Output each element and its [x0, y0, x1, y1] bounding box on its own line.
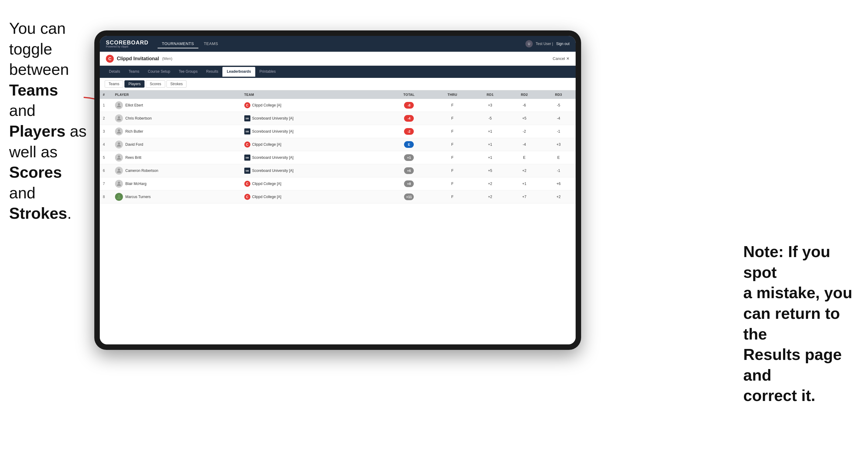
- logo-sub: Powered by clippd: [106, 45, 149, 48]
- cell-team: CClippd College [A]: [241, 190, 386, 204]
- teams-bold: Teams: [9, 81, 58, 99]
- svg-point-1: [118, 103, 120, 105]
- tablet-frame: SCOREBOARD Powered by clippd TOURNAMENTS…: [94, 30, 581, 350]
- cell-rd2: E: [507, 151, 541, 164]
- cell-thru: F: [432, 177, 473, 190]
- strokes-bold: Strokes: [9, 205, 67, 222]
- tournament-name: Clippd Invitational: [117, 56, 159, 61]
- cell-team: CClippd College [A]: [241, 177, 386, 190]
- player-name: Elliot Ebert: [125, 103, 143, 107]
- cell-player: Blair McHarg: [112, 177, 241, 190]
- player-name: Marcus Turners: [125, 195, 151, 199]
- team-logo: C: [244, 194, 250, 200]
- tab-results[interactable]: Results: [202, 67, 222, 77]
- team-name: Clippd College [A]: [252, 182, 281, 186]
- cell-thru: F: [432, 125, 473, 138]
- cell-thru: F: [432, 99, 473, 112]
- col-header-rd2: RD2: [507, 90, 541, 99]
- cell-rd2: +1: [507, 177, 541, 190]
- total-badge: -4: [404, 115, 414, 122]
- svg-point-8: [118, 195, 120, 197]
- cancel-button[interactable]: Cancel ✕: [553, 56, 569, 61]
- table-row: 3Rich ButlerSBScoreboard University [A]-…: [100, 125, 576, 138]
- player-name: Blair McHarg: [125, 182, 146, 186]
- total-badge: E: [404, 141, 414, 148]
- tab-course-setup[interactable]: Course Setup: [144, 67, 174, 77]
- cell-total: E: [386, 138, 432, 151]
- cell-rd1: +1: [473, 125, 507, 138]
- player-avatar: [115, 101, 123, 109]
- leaderboard-table: # PLAYER TEAM TOTAL THRU RD1 RD2 RD3 1El…: [100, 90, 576, 344]
- cell-rd2: -6: [507, 99, 541, 112]
- cell-rd1: +1: [473, 138, 507, 151]
- tab-tee-groups[interactable]: Tee Groups: [174, 67, 202, 77]
- sub-tab-teams[interactable]: Teams: [105, 80, 123, 88]
- player-avatar: [115, 141, 123, 149]
- cell-pos: 2: [100, 112, 112, 125]
- cell-team: SBScoreboard University [A]: [241, 125, 386, 138]
- cell-player: Marcus Turners: [112, 190, 241, 204]
- nav-link-tournaments[interactable]: TOURNAMENTS: [158, 39, 198, 49]
- nav-link-teams[interactable]: TEAMS: [199, 39, 222, 49]
- cell-player: Rich Butler: [112, 125, 241, 138]
- sign-out-link[interactable]: Sign out: [556, 42, 569, 46]
- player-name: Chris Robertson: [125, 116, 152, 121]
- table-header-row: # PLAYER TEAM TOTAL THRU RD1 RD2 RD3: [100, 90, 576, 99]
- tab-teams[interactable]: Teams: [124, 67, 144, 77]
- cell-thru: F: [432, 138, 473, 151]
- cell-total: +1: [386, 151, 432, 164]
- cell-total: +8: [386, 177, 432, 190]
- tournament-title-area: C Clippd Invitational (Men): [106, 55, 173, 63]
- player-avatar: [115, 167, 123, 175]
- cell-total: -4: [386, 112, 432, 125]
- tournament-logo: C: [106, 55, 114, 63]
- cell-rd1: +1: [473, 151, 507, 164]
- player-name: Rich Butler: [125, 129, 143, 133]
- cell-pos: 5: [100, 151, 112, 164]
- sub-tabs-row: Teams Players Scores Strokes: [100, 78, 576, 90]
- player-avatar: [115, 127, 123, 135]
- table-row: 4David FordCClippd College [A]EF+1-4+3: [100, 138, 576, 151]
- col-header-thru: THRU: [432, 90, 473, 99]
- tab-printables[interactable]: Printables: [255, 67, 280, 77]
- cell-pos: 3: [100, 125, 112, 138]
- team-name: Clippd College [A]: [252, 103, 281, 107]
- cell-rd3: E: [541, 151, 576, 164]
- cell-rd2: +5: [507, 112, 541, 125]
- user-avatar: U: [525, 40, 533, 48]
- table-row: 7Blair McHargCClippd College [A]+8F+2+1+…: [100, 177, 576, 190]
- sub-tab-scores[interactable]: Scores: [146, 80, 165, 88]
- team-name: Clippd College [A]: [252, 143, 281, 147]
- cell-team: SBScoreboard University [A]: [241, 151, 386, 164]
- team-logo: C: [244, 142, 250, 148]
- sub-tab-strokes[interactable]: Strokes: [166, 80, 187, 88]
- players-table: # PLAYER TEAM TOTAL THRU RD1 RD2 RD3 1El…: [100, 90, 576, 204]
- col-header-pos: #: [100, 90, 112, 99]
- cell-rd3: -5: [541, 99, 576, 112]
- cell-rd1: -5: [473, 112, 507, 125]
- team-name: Scoreboard University [A]: [252, 129, 293, 133]
- cell-rd2: -2: [507, 125, 541, 138]
- cell-rd1: +5: [473, 164, 507, 177]
- tab-details[interactable]: Details: [105, 67, 124, 77]
- svg-point-6: [118, 168, 120, 171]
- main-tabs-row: Details Teams Course Setup Tee Groups Re…: [100, 66, 576, 78]
- col-header-player: PLAYER: [112, 90, 241, 99]
- tab-leaderboards[interactable]: Leaderboards: [222, 67, 255, 77]
- cell-rd3: -1: [541, 125, 576, 138]
- cancel-x-icon: ✕: [566, 56, 569, 61]
- logo-title: SCOREBOARD: [106, 40, 149, 45]
- sub-tab-players[interactable]: Players: [124, 80, 145, 88]
- cell-rd3: -1: [541, 164, 576, 177]
- tablet-screen: SCOREBOARD Powered by clippd TOURNAMENTS…: [100, 36, 576, 344]
- col-header-rd1: RD1: [473, 90, 507, 99]
- col-header-rd3: RD3: [541, 90, 576, 99]
- cell-team: SBScoreboard University [A]: [241, 112, 386, 125]
- cell-player: Chris Robertson: [112, 112, 241, 125]
- cell-total: -8: [386, 99, 432, 112]
- table-row: 1Elliot EbertCClippd College [A]-8F+3-6-…: [100, 99, 576, 112]
- player-name: David Ford: [125, 143, 143, 147]
- cell-total: -2: [386, 125, 432, 138]
- col-header-total: TOTAL: [386, 90, 432, 99]
- player-avatar: [115, 180, 123, 188]
